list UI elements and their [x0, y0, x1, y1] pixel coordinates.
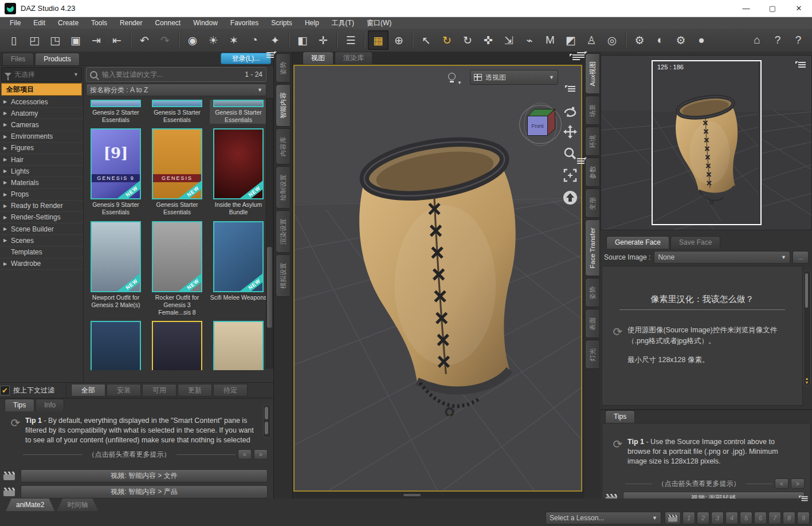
- pane-menu-icon[interactable]: [570, 54, 580, 62]
- product-thumbnail[interactable]: NEW: [213, 221, 264, 292]
- lesson-number-button[interactable]: 9: [797, 512, 810, 524]
- toolbar-icon[interactable]: ↖: [416, 30, 437, 50]
- lesson-number-button[interactable]: 2: [697, 512, 709, 524]
- dock-tab[interactable]: 内容库: [276, 128, 291, 164]
- dock-tab[interactable]: 环境: [585, 127, 600, 156]
- toolbar-icon[interactable]: ⇥: [86, 30, 107, 50]
- toolbar-icon[interactable]: ⇤: [107, 30, 127, 50]
- category-item[interactable]: ▶ Render-Settings: [0, 212, 83, 223]
- product-thumbnail[interactable]: GENESIS NEW: [152, 128, 202, 199]
- face-transfer-scrollbar[interactable]: ▲▼: [803, 270, 811, 386]
- category-item[interactable]: ▶ Environments: [0, 131, 83, 143]
- toolbar-icon[interactable]: ↷: [155, 30, 175, 50]
- toolbar-icon[interactable]: ?: [767, 30, 788, 50]
- view-cube[interactable]: Front: [519, 104, 562, 146]
- toolbar-icon[interactable]: ↻: [437, 30, 457, 50]
- product-thumbnail[interactable]: NEW: [152, 100, 202, 107]
- product-item[interactable]: NEW Genesis 2 Starter Essentials: [87, 100, 144, 124]
- dock-tab[interactable]: 渲染设置: [276, 210, 291, 253]
- source-image-dropdown[interactable]: None ▼: [654, 251, 790, 264]
- dock-tab[interactable]: 表面: [585, 309, 600, 338]
- category-item[interactable]: ▶ Wardrobe: [0, 258, 83, 270]
- product-thumbnail[interactable]: NEW: [91, 100, 141, 107]
- product-item[interactable]: NEW Genesis 8 Starter Essentials: [210, 100, 267, 124]
- product-item[interactable]: NEW Rocker Outfit for Genesis 3 Female..…: [148, 221, 206, 316]
- product-thumbnail[interactable]: NEW: [152, 221, 202, 292]
- toolbar-icon[interactable]: ⌂: [747, 30, 767, 50]
- toolbar-icon[interactable]: ◧: [292, 30, 313, 50]
- toolbar-icon[interactable]: [288, 33, 289, 48]
- category-item[interactable]: ▶ Accessories: [0, 96, 83, 108]
- camera-dropdown[interactable]: 透视图 ▼: [470, 70, 558, 85]
- product-item[interactable]: NEW Genesis 3 Starter Essentials: [148, 100, 206, 124]
- face-transfer-tab[interactable]: Save Face: [670, 236, 720, 249]
- toolbar-icon[interactable]: ⌁: [519, 30, 540, 50]
- toolbar-icon[interactable]: ⚙: [629, 30, 650, 50]
- product-thumbnail[interactable]: NEW: [91, 321, 141, 370]
- product-item[interactable]: [9] GENESIS 9 NEW Genesis 9 Starter Esse…: [87, 128, 144, 216]
- viewport-tab[interactable]: 渲染库: [335, 52, 372, 64]
- menu-item[interactable]: Tools: [85, 19, 113, 27]
- prev-tip-button[interactable]: <: [775, 478, 789, 489]
- category-item[interactable]: ▶ Lights: [0, 166, 83, 177]
- zoom-control-icon[interactable]: [563, 147, 577, 160]
- toolbar-icon[interactable]: ●: [691, 30, 712, 50]
- product-item[interactable]: NEW: [87, 321, 144, 370]
- dock-tab[interactable]: 姿势: [585, 278, 600, 307]
- all-items-row[interactable]: 全部项目: [1, 83, 82, 96]
- pane-menu-icon[interactable]: [565, 85, 575, 93]
- toolbar-icon[interactable]: ☰: [340, 30, 361, 50]
- status-filter-tab[interactable]: 待定: [213, 384, 248, 397]
- view-cube-front[interactable]: Front: [527, 116, 548, 136]
- dock-tab[interactable]: 参数: [585, 158, 600, 187]
- lesson-number-button[interactable]: 1: [682, 512, 695, 524]
- context-filter-checkbox[interactable]: ✔: [0, 386, 10, 395]
- toolbar-icon[interactable]: ◉: [182, 30, 203, 50]
- browse-button[interactable]: ...: [793, 251, 809, 264]
- toolbar-icon[interactable]: ✶: [223, 30, 244, 50]
- toolbar-icon[interactable]: ↻: [457, 30, 478, 50]
- product-item[interactable]: GENESIS NEW Genesis Starter Essentials: [148, 128, 206, 216]
- lesson-number-button[interactable]: 4: [725, 512, 738, 524]
- video-button[interactable]: 视频: 智能内容 > 文件: [21, 469, 268, 482]
- menu-item[interactable]: Connect: [148, 19, 187, 27]
- toolbar-icon[interactable]: ◰: [24, 30, 45, 50]
- toolbar-icon[interactable]: ✜: [478, 30, 499, 50]
- chevron-down-icon[interactable]: ▼: [457, 80, 462, 89]
- dock-tab[interactable]: 变形: [585, 189, 600, 218]
- status-filter-tab[interactable]: 全部: [71, 384, 105, 397]
- toolbar-icon[interactable]: ◳: [45, 30, 65, 50]
- product-thumbnail[interactable]: NEW: [213, 128, 264, 199]
- search-input[interactable]: [101, 70, 242, 79]
- window-control-button[interactable]: —: [733, 0, 759, 17]
- product-thumbnail[interactable]: [9] GENESIS 9 NEW: [91, 128, 141, 199]
- category-item[interactable]: ▶ Materials: [0, 177, 83, 189]
- orbit-control-icon[interactable]: [563, 105, 577, 117]
- lesson-dropdown[interactable]: Select a Lesson... ▼: [546, 512, 661, 524]
- product-item[interactable]: NEW Scifi Melee Weapons: [210, 221, 267, 316]
- dock-tab[interactable]: 灯光: [585, 340, 600, 369]
- toolbar-icon[interactable]: [712, 30, 747, 50]
- status-filter-tab[interactable]: 更新: [178, 384, 212, 397]
- pan-control-icon[interactable]: [563, 125, 577, 139]
- category-item[interactable]: ▶ Figures: [0, 143, 83, 154]
- frame-control-icon[interactable]: [563, 168, 577, 182]
- category-item[interactable]: ▶ Anatomy: [0, 108, 83, 119]
- toolbar-icon[interactable]: ▦: [368, 30, 389, 50]
- toolbar-icon[interactable]: ?: [788, 30, 809, 50]
- toolbar-icon[interactable]: ⇲: [499, 30, 519, 50]
- aux-viewport[interactable]: 125 : 186: [601, 55, 812, 230]
- sort-dropdown[interactable]: 按名称分类 : A to Z ▼: [86, 84, 266, 96]
- pane-menu-icon[interactable]: [799, 496, 807, 503]
- toolbar-icon[interactable]: ☀: [203, 30, 223, 50]
- content-tab[interactable]: Files: [2, 53, 34, 65]
- lesson-number-button[interactable]: 6: [754, 512, 767, 524]
- menu-item[interactable]: Window: [187, 19, 224, 27]
- pane-menu-icon[interactable]: [795, 61, 806, 69]
- category-item[interactable]: ▶ Scenes: [0, 235, 83, 246]
- toolbar-icon[interactable]: ◔: [244, 30, 265, 50]
- toolbar-icon[interactable]: [625, 33, 626, 48]
- toolbar-icon[interactable]: ✦: [265, 30, 285, 50]
- toolbar-icon[interactable]: [178, 33, 179, 48]
- category-item[interactable]: ▶ Templates: [0, 246, 83, 258]
